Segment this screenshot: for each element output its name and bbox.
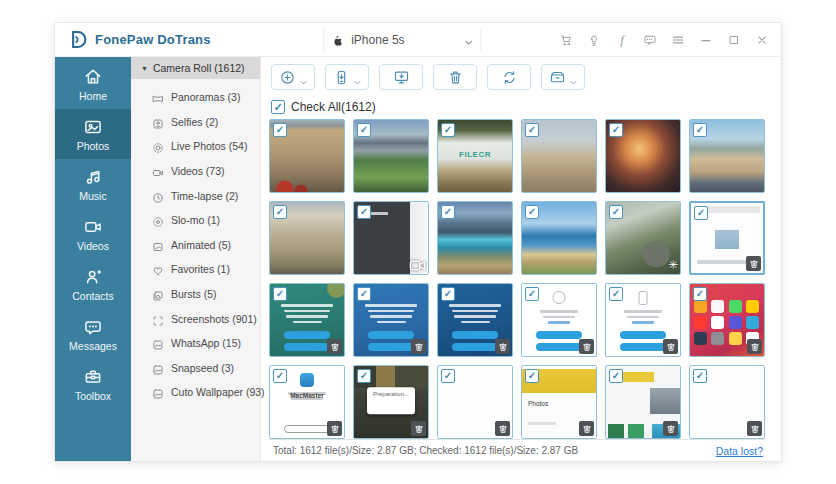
category-item-snapseed[interactable]: Snapseed (3) [131,356,260,381]
maximize-icon[interactable] [727,33,741,47]
photo-thumbnail-document-preview[interactable]: ✓ [689,201,765,275]
photo-thumbnail-mountain-valley[interactable]: ✓ [353,119,429,193]
trash-badge-icon[interactable] [746,256,761,271]
category-item-favorites[interactable]: Favorites (1) [131,257,260,282]
photo-thumbnail-ferris-wheel-night[interactable]: ✓ [605,119,681,193]
photo-thumbnail-blank-screenshot-1[interactable]: ✓ [437,365,513,439]
category-header-camera-roll[interactable]: ▼ Camera Roll (1612) [131,57,260,79]
photo-thumbnail-waterfall[interactable]: FILECR✓ [437,119,513,193]
thumbnail-checkbox[interactable]: ✓ [357,287,371,301]
thumbnail-checkbox[interactable]: ✓ [441,287,455,301]
category-item-whatsapp[interactable]: WhatsApp (15) [131,331,260,356]
refresh-button[interactable] [487,64,531,90]
menu-icon[interactable] [671,33,685,47]
photo-thumbnail-promo-navy[interactable]: ✓ [437,283,513,357]
sidebar-item-videos[interactable]: Videos [55,209,131,259]
photo-thumbnail-beach-coast[interactable]: ✓ [521,201,597,275]
data-lost-link[interactable]: Data lost? [716,445,765,457]
export-to-pc-button[interactable] [379,64,423,90]
close-icon[interactable] [755,33,769,47]
trash-badge-icon[interactable] [327,339,342,354]
photo-thumbnail-grass-slomo[interactable]: ✓✳ [605,201,681,275]
feedback-icon[interactable] [643,33,657,47]
thumbnail-checkbox[interactable]: ✓ [525,369,539,383]
sidebar-item-contacts[interactable]: Contacts [55,259,131,309]
thumbnail-checkbox[interactable]: ✓ [525,123,539,137]
thumbnail-checkbox[interactable]: ✓ [441,205,455,219]
category-item-screenshots[interactable]: Screenshots (901) [131,306,260,331]
trash-badge-icon[interactable] [747,339,762,354]
thumbnail-checkbox[interactable]: ✓ [693,123,707,137]
trash-badge-icon[interactable] [327,421,342,436]
app-title: FonePaw DoTrans [95,32,211,47]
photo-thumbnail-photo-dialog[interactable]: Préparation...✓ [353,365,429,439]
sidebar-item-home[interactable]: Home [55,59,131,109]
thumbnail-checkbox[interactable]: ✓ [273,287,287,301]
check-all-checkbox[interactable]: ✓ [271,100,285,114]
facebook-icon[interactable]: f [615,33,629,47]
thumbnail-checkbox[interactable]: ✓ [357,205,371,219]
category-item-panoramas[interactable]: Panoramas (3) [131,85,260,110]
trash-badge-icon[interactable] [411,339,426,354]
trash-badge-icon[interactable] [747,421,762,436]
category-item-live-photos[interactable]: Live Photos (54) [131,134,260,159]
photo-thumbnail-collage-screenshot[interactable]: ✓ [605,365,681,439]
photo-thumbnail-promo-light-circle[interactable]: ✓ [521,283,597,357]
thumbnail-checkbox[interactable]: ✓ [609,123,623,137]
thumbnail-checkbox[interactable]: ✓ [357,369,371,383]
more-tools-button[interactable] [541,64,585,90]
photo-thumbnail-mountain-lake[interactable]: ✓ [437,201,513,275]
category-item-time-lapse[interactable]: Time-lapse (2) [131,183,260,208]
export-to-device-button[interactable] [325,64,369,90]
category-item-bursts[interactable]: Bursts (5) [131,282,260,307]
thumbnail-checkbox[interactable]: ✓ [273,205,287,219]
device-selector[interactable]: iPhone 5s [323,28,481,52]
thumbnail-checkbox[interactable]: ✓ [441,369,455,383]
add-button[interactable] [271,64,315,90]
photo-thumbnail-blank-screenshot-2[interactable]: ✓ [689,365,765,439]
thumbnail-checkbox[interactable]: ✓ [693,369,707,383]
category-item-animated[interactable]: Animated (5) [131,233,260,258]
photo-thumbnail-yellow-photos[interactable]: Photos✓ [521,365,597,439]
thumbnail-checkbox[interactable]: ✓ [357,123,371,137]
thumbnail-checkbox[interactable]: ✓ [693,287,707,301]
thumbnail-checkbox[interactable]: ✓ [525,287,539,301]
photo-thumbnail-promo-blue[interactable]: ✓ [353,283,429,357]
category-item-selfies[interactable]: Selfies (2) [131,110,260,135]
trash-badge-icon[interactable] [495,339,510,354]
thumbnail-checkbox[interactable]: ✓ [441,123,455,137]
photo-thumbnail-ios-home-screen[interactable]: ✓ [689,283,765,357]
photo-thumbnail-palace-facade[interactable]: ✓ [269,201,345,275]
category-item-videos[interactable]: Videos (73) [131,159,260,184]
photo-thumbnail-european-building[interactable]: ✓ [269,119,345,193]
category-item-slo-mo[interactable]: Slo-mo (1) [131,208,260,233]
thumbnail-checkbox[interactable]: ✓ [273,369,287,383]
trash-badge-icon[interactable] [495,421,510,436]
thumbnail-checkbox[interactable]: ✓ [609,287,623,301]
photo-thumbnail-dark-video[interactable]: ✓ [353,201,429,275]
sidebar-item-toolbox[interactable]: Toolbox [55,359,131,409]
minimize-icon[interactable] [699,33,713,47]
trash-badge-icon[interactable] [663,421,678,436]
photo-thumbnail-promo-light-phone[interactable]: ✓ [605,283,681,357]
thumbnail-checkbox[interactable]: ✓ [694,206,708,220]
category-item-cuto-wallpaper[interactable]: Cuto Wallpaper (93) [131,380,260,405]
sidebar-item-photos[interactable]: Photos [55,109,131,159]
photo-thumbnail-promo-teal[interactable]: ✓ [269,283,345,357]
thumbnail-checkbox[interactable]: ✓ [273,123,287,137]
sidebar-item-music[interactable]: Music [55,159,131,209]
sidebar-item-messages[interactable]: Messages [55,309,131,359]
bulb-icon[interactable] [587,33,601,47]
trash-badge-icon[interactable] [579,421,594,436]
trash-badge-icon[interactable] [579,339,594,354]
trash-badge-icon[interactable] [663,339,678,354]
trash-badge-icon[interactable] [411,421,426,436]
thumbnail-checkbox[interactable]: ✓ [609,205,623,219]
photo-thumbnail-promo-macmaster[interactable]: MacMaster✓ [269,365,345,439]
photo-thumbnail-hill-basilica[interactable]: ✓ [689,119,765,193]
cart-icon[interactable] [559,33,573,47]
thumbnail-checkbox[interactable]: ✓ [525,205,539,219]
thumbnail-checkbox[interactable]: ✓ [609,369,623,383]
delete-button[interactable] [433,64,477,90]
photo-thumbnail-city-panorama[interactable]: ✓ [521,119,597,193]
